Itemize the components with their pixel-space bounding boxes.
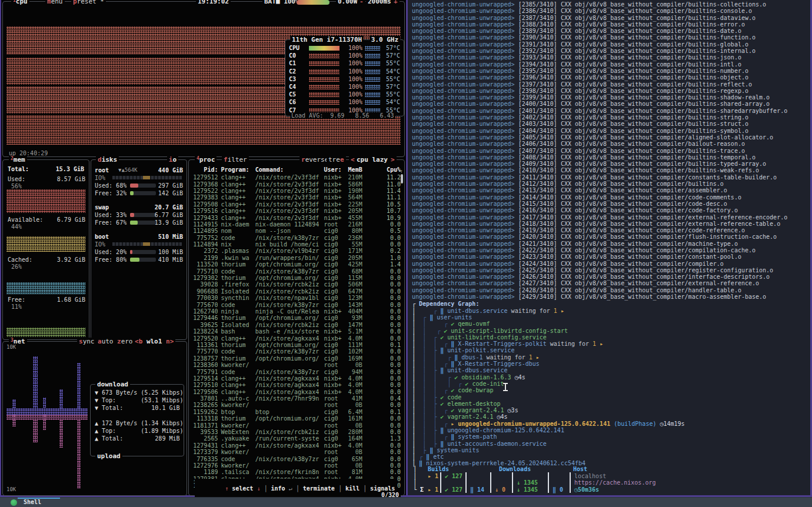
- disk-used-value: 297 GiB: [158, 182, 183, 189]
- process-row[interactable]: 1189.tailsca/nix/store/fkrin8nroot81M0.0: [189, 469, 401, 475]
- process-row[interactable]: 1279522clang++/nix/store/2v3f3dfnixb+190…: [189, 188, 401, 194]
- reverse-button[interactable]: reverse: [299, 156, 330, 164]
- process-row[interactable]: 1272976kworker/root0B0.0: [189, 462, 401, 469]
- disk-meter: [130, 250, 156, 254]
- process-row[interactable]: 906688Isolated/nix/store/rcbk2izcig0647M…: [189, 288, 401, 295]
- sort-direction-arrow[interactable]: ↑: [400, 168, 403, 174]
- sum-active: ▸ 1: [425, 486, 440, 493]
- tree-button[interactable]: tree: [327, 156, 346, 164]
- process-row[interactable]: 39625Isolated/nix/store/rcbk2izcig0147M0…: [189, 322, 401, 328]
- disks-io-toggle[interactable]: io: [167, 156, 178, 164]
- disks-panel-title[interactable]: ddisksisks: [96, 156, 119, 164]
- interval-minus-button[interactable]: -: [358, 0, 365, 5]
- process-row[interactable]: 1279302thorium/opt/chromium.org/cig0115M…: [189, 275, 401, 281]
- interval-plus-button[interactable]: +: [392, 0, 400, 5]
- process-row[interactable]: 1238265kworker/root0B0.0: [189, 402, 401, 408]
- btop-terminal-pane: 1cpu menu preset * 19:19:02 BAT■ 100% 0.…: [0, 0, 406, 497]
- process-row[interactable]: 1279446thorium/opt/chromium.org/cig093M0…: [189, 315, 401, 321]
- cpu-core-row: C3100%55°C: [289, 76, 400, 83]
- process-row[interactable]: 1279368clang++/nix/store/2v3f3dfnixb+586…: [189, 181, 401, 187]
- process-row[interactable]: 770030syncthin/nix/store/npav1blcig0123M…: [189, 295, 401, 301]
- mem-stat-label: Available:: [8, 216, 43, 223]
- builds-header: Builds: [425, 466, 499, 472]
- process-row[interactable]: 775670code/nix/store/k38y7zrcig0143M0.0: [189, 301, 401, 308]
- process-row[interactable]: 1279514clang++/nix/store/agkxax4nixb+4.0…: [189, 375, 401, 382]
- disk-used-label: Used: 68%: [95, 182, 127, 189]
- upload-speed: ▲ 172 Byte/s (1.34 Kibps): [95, 420, 184, 426]
- cpu-frequency: 3.0 GHz: [370, 36, 400, 44]
- process-row[interactable]: 775710code/nix/store/k38y7zrcig068M0.0: [189, 268, 401, 274]
- log-line: ungoogled-chromium-unwrapped> [2428/3410…: [412, 287, 810, 293]
- dep-graph-line: │ │ │ ┌ ✔ obsidian-1.6.3 ◷4s: [412, 374, 810, 381]
- process-row[interactable]: 113361thorium/opt/chromium.org/cig0111M0…: [189, 342, 401, 348]
- preset-button[interactable]: preset *: [71, 0, 106, 5]
- mem-stat-label: Free:: [8, 296, 25, 303]
- process-row[interactable]: 1279516clang++/nix/store/2v3f3dfnixb+205…: [189, 208, 401, 214]
- log-line: ungoogled-chromium-unwrapped> [2415/3410…: [412, 201, 810, 207]
- log-line: ungoogled-chromium-unwrapped> [2419/3410…: [412, 227, 810, 234]
- signals-button[interactable]: signals: [370, 485, 395, 492]
- log-line: ungoogled-chromium-unwrapped> [2398/3410…: [412, 88, 810, 94]
- process-row[interactable]: 1279383clang++/nix/store/2v3f3dfnixb+564…: [189, 194, 401, 201]
- process-row[interactable]: 37801..auto-c/nix/store/7hnr99nroot41M0.…: [189, 395, 401, 402]
- log-line: ungoogled-chromium-unwrapped> [2426/3410…: [412, 273, 810, 280]
- downloads-header: Downloads: [499, 466, 573, 472]
- process-row[interactable]: 113520thorium/opt/chromium.org/cig0425M1…: [189, 261, 401, 268]
- process-row[interactable]: 1238360kworker/root0B0.0: [189, 362, 401, 368]
- process-row[interactable]: 775770code/nix/store/k38y7zrcig0102M0.0: [189, 348, 401, 355]
- net-auto-button[interactable]: auto: [96, 338, 115, 345]
- dep-graph-line: │ │ │ ┌ ✔ code-bwrap: [412, 387, 810, 393]
- process-row[interactable]: 39028.firefox/nix/store/rcbk2izcig0506M0…: [189, 281, 401, 288]
- process-row[interactable]: 1279512clang++/nix/store/2v3f3dfnixb+210…: [189, 174, 401, 181]
- net-graph-spike: [59, 389, 63, 408]
- process-row[interactable]: 2199.kwin_wa/run/wrappers/bin/cig0205M1.…: [189, 255, 401, 261]
- process-row[interactable]: 776335code/nix/store/k38y7zrcig065M0.0: [189, 455, 401, 462]
- mem-stat-graph: [6, 328, 85, 337]
- select-button[interactable]: select: [228, 485, 257, 492]
- process-row[interactable]: 775791code/nix/store/k38y7zrcig094M0.0: [189, 368, 401, 375]
- proc-panel-title[interactable]: 4proc: [195, 156, 217, 164]
- filter-button[interactable]: filter: [222, 156, 249, 164]
- process-row[interactable]: 1279520clang++/nix/store/agkxax4nixb+4.0…: [189, 335, 401, 341]
- process-row[interactable]: 113318thorium/opt/chromium.org/cig0161M0…: [189, 415, 401, 422]
- process-row[interactable]: 775752code/nix/store/k38y7zrcig0236M0.0: [189, 235, 401, 241]
- process-row[interactable]: 1124915nix-daemnix-daemon 1124894root216…: [189, 221, 401, 228]
- sort-next-button[interactable]: >: [389, 156, 397, 164]
- host-cache-url[interactable]: https://cache.nixos.org: [570, 479, 808, 486]
- process-row[interactable]: 1279433clang++/nix/store/2v3f3dfnixb+455…: [189, 214, 401, 221]
- process-row[interactable]: 1238224bashbash -e /nix/storenixb+5.1M0.…: [189, 328, 401, 335]
- process-row[interactable]: 1273379kworker/root0B0.0: [189, 449, 401, 455]
- net-iface-switcher[interactable]: <b wlo1 n>: [133, 338, 175, 345]
- kill-button[interactable]: kill: [345, 485, 360, 492]
- dep-graph-line: │ │ ├ ✔ code: [412, 394, 810, 401]
- process-row[interactable]: 1124895nomnom --jsoncig080M0.5: [189, 228, 401, 234]
- process-row[interactable]: 1279431clang++/nix/store/agkxax4nixb+4.0…: [189, 442, 401, 449]
- proc-scrollbar[interactable]: [401, 174, 403, 184]
- log-line: ungoogled-chromium-unwrapped> [2429/3410…: [412, 293, 810, 300]
- clock: 19:19:02: [196, 0, 231, 5]
- build-log: ungoogled-chromium-unwrapped> [2385/3410…: [408, 0, 810, 300]
- terminate-button[interactable]: terminate: [303, 485, 335, 492]
- mem-panel-title[interactable]: 2mem: [9, 156, 27, 164]
- process-row[interactable]: 2565.yakuake/run/current-systecig0164M1.…: [189, 435, 401, 442]
- process-row[interactable]: 1124894nixnix build /home/cicig055M0.0: [189, 241, 401, 248]
- shell-tab[interactable]: Shell: [24, 499, 41, 505]
- process-row[interactable]: 1279510clang++/nix/store/agkxax4nixb+4.0…: [189, 382, 401, 388]
- disk-name: swap: [95, 204, 109, 211]
- process-row[interactable]: 1279508clang++/nix/store/2v3f3dfnixb+225…: [189, 201, 401, 208]
- net-zero-button[interactable]: zero: [115, 338, 135, 345]
- process-row[interactable]: 1159262btopbtopcig06.4M0.1: [189, 409, 401, 415]
- memory-panel: 2mem Total: 15.3 GiB Used:8.57 GiB56%Ava…: [2, 159, 89, 340]
- log-line: ungoogled-chromium-unwrapped> [2389/3410…: [412, 28, 810, 34]
- menu-button[interactable]: menu: [45, 0, 65, 5]
- cpu-panel-title[interactable]: 1cpu: [11, 0, 29, 5]
- process-row[interactable]: 1279506clang++/nix/store/agkxax4nixb+4.0…: [189, 389, 401, 395]
- process-row[interactable]: 1181371kworker/root0B0.0: [189, 422, 401, 428]
- upload-title: upload: [95, 452, 122, 460]
- info-button[interactable]: info: [271, 485, 285, 492]
- process-row[interactable]: 1262740ninjaninja -C out/Releanixb+404M0…: [189, 308, 401, 315]
- process-row[interactable]: 2372.plasmas/nix/store/vl9b4zrcig0171M0.…: [189, 248, 401, 254]
- net-sync-button[interactable]: sync: [77, 338, 96, 345]
- process-row[interactable]: 1238757thorium/opt/chromium.org/cig0169M…: [189, 355, 401, 362]
- process-row[interactable]: 39533WebExten/nix/store/rcbk2izcig0280M0…: [189, 429, 401, 435]
